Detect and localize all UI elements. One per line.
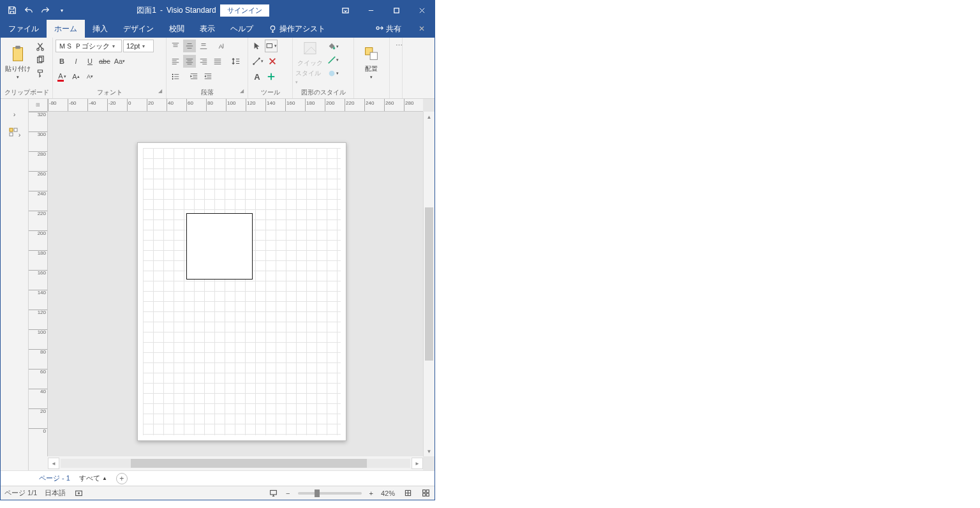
- document-title: 図面1: [137, 5, 156, 16]
- scroll-right-button[interactable]: ►: [412, 458, 423, 469]
- fill-button[interactable]: ▾: [326, 40, 340, 53]
- minimize-button[interactable]: [358, 1, 383, 20]
- increase-indent-button[interactable]: [202, 70, 214, 83]
- tab-help[interactable]: ヘルプ: [223, 20, 261, 38]
- group-label-clipboard: クリップボード: [4, 89, 49, 96]
- paste-button[interactable]: 貼り付け ▾: [3, 39, 33, 85]
- vertical-scrollbar[interactable]: ▲ ▼: [423, 112, 434, 456]
- canvas[interactable]: [48, 112, 423, 456]
- more-button[interactable]: ⋯: [392, 39, 403, 52]
- svg-rect-5: [15, 46, 20, 49]
- delete-button[interactable]: [266, 55, 279, 68]
- svg-rect-26: [270, 490, 276, 495]
- zoom-level[interactable]: 42%: [381, 489, 395, 497]
- align-middle-button[interactable]: [183, 40, 196, 52]
- redo-button[interactable]: [38, 3, 53, 18]
- scroll-left-button[interactable]: ◄: [48, 458, 59, 469]
- page-tabs-bar: ページ - 1 すべて▲ +: [1, 470, 434, 486]
- presentation-mode-icon[interactable]: [268, 488, 278, 498]
- share-button[interactable]: 共有: [368, 20, 409, 38]
- align-center-button[interactable]: [183, 55, 196, 68]
- underline-button[interactable]: U: [84, 55, 96, 68]
- rectangle-shape[interactable]: [186, 213, 253, 280]
- drawing-page[interactable]: [137, 142, 346, 441]
- arrange-button[interactable]: 配置 ▾: [357, 39, 386, 85]
- text-tool-button[interactable]: A: [251, 70, 264, 83]
- zoom-in-button[interactable]: +: [369, 489, 373, 497]
- tab-view[interactable]: 表示: [192, 20, 223, 38]
- fit-page-icon[interactable]: [403, 488, 413, 498]
- paragraph-dialog-launcher-icon[interactable]: ◢: [240, 88, 244, 94]
- add-page-button[interactable]: +: [116, 473, 128, 484]
- group-label-tools: ツール: [261, 89, 280, 96]
- ribbon-display-options-button[interactable]: [332, 1, 358, 20]
- text-direction-button[interactable]: A: [216, 40, 228, 52]
- svg-rect-4: [13, 48, 23, 61]
- tab-review[interactable]: 校閲: [161, 20, 192, 38]
- copy-button[interactable]: [34, 54, 47, 66]
- drawing-area: › › ⊞ -80-60-40-200204060801001201401601…: [1, 99, 434, 470]
- quick-styles-button[interactable]: クイック スタイル ▾: [295, 39, 325, 85]
- horizontal-scrollbar[interactable]: [61, 459, 410, 468]
- maximize-button[interactable]: [383, 1, 409, 20]
- align-top-button[interactable]: [169, 40, 182, 52]
- macro-record-icon[interactable]: [73, 488, 84, 498]
- language-status[interactable]: 日本語: [45, 488, 66, 498]
- cut-button[interactable]: [34, 40, 47, 53]
- svg-rect-22: [14, 128, 17, 131]
- svg-point-16: [258, 57, 260, 59]
- tab-home[interactable]: ホーム: [47, 20, 85, 38]
- all-pages-button[interactable]: すべて▲: [79, 474, 107, 483]
- align-left-button[interactable]: [169, 55, 182, 68]
- stencil-icon[interactable]: ›: [8, 127, 21, 138]
- svg-rect-1: [394, 8, 398, 12]
- bold-button[interactable]: B: [56, 55, 68, 68]
- line-button[interactable]: ▾: [326, 54, 340, 66]
- shapes-pane-expand-icon[interactable]: ›: [13, 110, 16, 118]
- undo-button[interactable]: [21, 3, 36, 18]
- ribbon: 貼り付け ▾ クリップボード ＭＳ Ｐゴシック▾ 12pt▾ B: [1, 38, 434, 99]
- strikethrough-button[interactable]: abc: [98, 55, 112, 68]
- qat-customize-icon[interactable]: ▾: [54, 3, 70, 18]
- svg-text:A: A: [219, 43, 223, 50]
- decrease-font-button[interactable]: A▾: [84, 70, 96, 83]
- title-bar: ▾ 図面1 - Visio Standard サインイン: [1, 1, 434, 20]
- svg-point-15: [253, 63, 255, 65]
- collapse-ribbon-icon[interactable]: ✕: [409, 20, 434, 38]
- svg-point-6: [37, 49, 40, 51]
- page-tab-1[interactable]: ページ - 1: [39, 474, 70, 483]
- close-button[interactable]: [409, 1, 434, 20]
- tab-file[interactable]: ファイル: [1, 20, 47, 38]
- svg-rect-31: [426, 493, 429, 496]
- signin-button[interactable]: サインイン: [220, 4, 269, 17]
- tab-design[interactable]: デザイン: [115, 20, 161, 38]
- effects-button[interactable]: ▾: [326, 67, 340, 80]
- svg-point-7: [41, 49, 44, 51]
- page-number-status[interactable]: ページ 1/1: [4, 488, 37, 498]
- fit-width-icon[interactable]: [420, 488, 431, 498]
- format-painter-button[interactable]: [34, 67, 47, 80]
- italic-button[interactable]: I: [70, 55, 82, 68]
- zoom-slider[interactable]: [298, 492, 362, 495]
- font-color-button[interactable]: A▾: [56, 70, 68, 83]
- pointer-tool-button[interactable]: [251, 40, 264, 52]
- rectangle-tool-button[interactable]: ▾: [265, 40, 278, 52]
- line-spacing-button[interactable]: [230, 55, 242, 68]
- tab-insert[interactable]: 挿入: [85, 20, 115, 38]
- save-button[interactable]: [4, 3, 20, 18]
- change-case-button[interactable]: Aa▾: [113, 55, 126, 68]
- font-size-combo[interactable]: 12pt▾: [123, 40, 154, 52]
- bullets-button[interactable]: [169, 70, 182, 83]
- tell-me[interactable]: 操作アシスト: [261, 20, 333, 38]
- connector-tool-button[interactable]: ▾: [251, 55, 265, 68]
- decrease-indent-button[interactable]: [188, 70, 200, 83]
- align-right-button[interactable]: [197, 55, 210, 68]
- font-name-combo[interactable]: ＭＳ Ｐゴシック▾: [56, 40, 122, 52]
- vertical-ruler: 3203002802602402202001801601401201008060…: [29, 112, 48, 456]
- zoom-out-button[interactable]: −: [286, 489, 290, 497]
- justify-button[interactable]: [211, 55, 224, 68]
- increase-font-button[interactable]: A▴: [70, 70, 82, 83]
- font-dialog-launcher-icon[interactable]: ◢: [158, 88, 162, 94]
- connection-point-tool-button[interactable]: [265, 70, 278, 83]
- align-bottom-button[interactable]: [197, 40, 210, 52]
